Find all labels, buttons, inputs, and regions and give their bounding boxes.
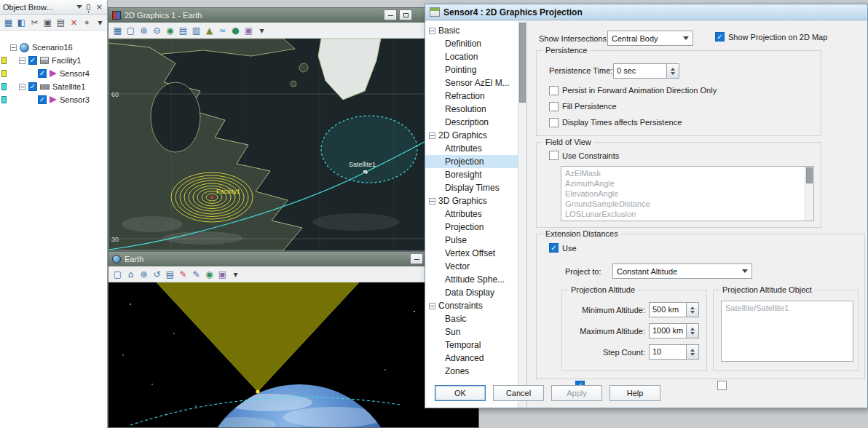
altitude-value[interactable]: 500 km [649, 302, 687, 317]
collapse-icon[interactable] [429, 132, 435, 139]
show-projection-check[interactable]: Show Projection on 2D Map [715, 32, 827, 41]
checkbox-icon[interactable] [549, 86, 559, 95]
persistence-check-row[interactable]: Fill Persistence [549, 100, 717, 112]
unit-spinner-icon[interactable] [687, 323, 699, 338]
constraint-item[interactable]: LOSLunarExclusion [561, 209, 813, 219]
tree-item-sensor3[interactable]: Sensor3 [0, 93, 107, 106]
nav-item[interactable]: Resolution [425, 103, 526, 116]
dropdown-icon[interactable]: ▾ [256, 24, 268, 36]
nav-item[interactable]: Vertex Offset [425, 247, 526, 260]
nav-item[interactable]: Basic [425, 312, 526, 325]
dropdown-icon[interactable]: ▾ [229, 268, 242, 280]
nav-item[interactable]: Pointing [425, 63, 526, 76]
image-icon[interactable]: ▣ [242, 24, 255, 36]
constraint-item[interactable]: ElevationAngle [561, 189, 813, 199]
pan-icon[interactable]: ▢ [125, 24, 137, 36]
rotate-icon[interactable]: ↺ [151, 268, 163, 280]
checkbox-icon[interactable] [38, 95, 47, 104]
collapse-icon[interactable] [429, 198, 435, 205]
draw-blue-icon[interactable]: ✎ [190, 268, 202, 280]
nav-item[interactable]: Basic [425, 24, 526, 37]
checkbox-icon[interactable] [38, 69, 47, 78]
checkbox-icon[interactable] [28, 56, 37, 65]
nav-scrollbar[interactable] [518, 21, 526, 408]
world-map-icon[interactable]: ● [229, 24, 242, 36]
zoom-out-icon[interactable]: ⊖ [151, 24, 163, 36]
persistence-check-row[interactable]: Persist in Forward Animation Direction O… [549, 84, 717, 96]
nav-item[interactable]: Constraints [425, 299, 526, 312]
select-icon[interactable]: ▢ [111, 268, 124, 280]
checkbox-icon[interactable] [28, 82, 37, 91]
report-icon[interactable]: ▦ [2, 16, 15, 28]
globe-icon[interactable]: ◉ [203, 268, 216, 280]
minimize-button[interactable] [410, 253, 423, 264]
dialog-titlebar[interactable]: Sensor4 : 2D Graphics Projection [425, 4, 867, 20]
unit-spinner-icon[interactable] [687, 302, 699, 317]
nav-item[interactable]: Sun [425, 325, 526, 338]
cutoff-checkbox-right[interactable] [717, 381, 727, 390]
report-icon[interactable]: ▦ [111, 24, 124, 36]
checkbox-icon[interactable] [549, 102, 559, 111]
paste-icon[interactable]: ▤ [55, 16, 67, 28]
globe-3d-titlebar[interactable]: Earth [108, 252, 478, 266]
constraints-scrollbar[interactable] [805, 167, 813, 221]
map-2d-canvas[interactable]: 60 30 Satellite1 [108, 39, 478, 250]
altitude-value[interactable]: 10 [649, 344, 687, 360]
nav-item[interactable]: Attitude Sphe... [425, 273, 526, 286]
persistence-time-value[interactable]: 0 sec [613, 63, 667, 79]
checkbox-icon[interactable] [549, 243, 559, 253]
nav-item[interactable]: Data Display [425, 286, 526, 299]
altitude-spinner[interactable]: 1000 km [649, 323, 699, 338]
collapse-icon[interactable] [10, 44, 17, 51]
unit-spinner-icon[interactable] [667, 63, 679, 79]
ok-button[interactable]: OK [435, 385, 486, 401]
altitude-spinner[interactable]: 500 km [649, 302, 699, 317]
globe-icon[interactable]: ◉ [164, 24, 176, 36]
dropdown-icon[interactable]: ▾ [94, 16, 106, 28]
show-intersections-select[interactable]: Central Body [607, 31, 693, 46]
close-icon[interactable]: × [95, 2, 104, 12]
constraint-item[interactable]: AzElMask [561, 168, 813, 178]
collapse-icon[interactable] [19, 84, 25, 90]
zoom-icon[interactable]: ⊕ [138, 268, 150, 280]
nav-item[interactable]: 3D Graphics [425, 194, 526, 207]
find-icon[interactable]: ⌖ [81, 16, 93, 28]
maximize-button[interactable] [399, 9, 412, 20]
project-to-select[interactable]: Constant Altitude [612, 263, 752, 279]
nav-item[interactable]: Pulse [425, 234, 526, 247]
nav-item[interactable]: Vector [425, 260, 526, 273]
nav-item[interactable]: Boresight [425, 168, 526, 181]
minimize-button[interactable] [384, 9, 397, 20]
altitude-value[interactable]: 1000 km [649, 323, 687, 338]
globe-3d-canvas[interactable] [108, 282, 478, 427]
nav-item[interactable]: Description [425, 116, 526, 129]
use-constraints-check[interactable]: Use Constraints [549, 151, 619, 160]
home-icon[interactable]: ⌂ [125, 268, 137, 280]
nav-item[interactable]: Attributes [425, 142, 526, 155]
pin-icon[interactable] [87, 4, 90, 10]
clouds-icon[interactable]: ≈ [216, 24, 229, 36]
checkbox-icon[interactable] [549, 151, 559, 160]
nav-item[interactable]: Projection [425, 155, 526, 168]
use-extension-check[interactable]: Use [549, 243, 577, 253]
altitude-object-box[interactable]: Satellite/Satellite1 [721, 301, 853, 362]
collapse-icon[interactable] [429, 28, 435, 34]
settings-icon[interactable]: ▤ [164, 268, 176, 280]
nav-item[interactable]: Zones [425, 365, 526, 378]
constraints-list[interactable]: AzElMaskAzimuthAngleElevationAngleGround… [561, 166, 814, 221]
constraint-item[interactable]: GroundSampleDistance [561, 199, 813, 209]
nav-item[interactable]: Display Times [425, 181, 526, 194]
collapse-icon[interactable] [19, 58, 25, 64]
tree-item-scenario[interactable]: Scenario16 [0, 41, 107, 54]
altitude-row[interactable]: Maximum Altitude: 1000 km [568, 323, 699, 338]
nav-item[interactable]: Definition [425, 37, 526, 50]
unit-spinner-icon[interactable] [687, 344, 699, 360]
tree-item-sensor4[interactable]: Sensor4 [0, 67, 107, 80]
altitude-row[interactable]: Minimum Altitude: 500 km [568, 302, 699, 317]
nav-item[interactable]: Attributes [425, 207, 526, 221]
nav-item[interactable]: Refraction [425, 90, 526, 103]
altitude-row[interactable]: Step Count: 10 [568, 344, 699, 360]
chevron-down-icon[interactable] [76, 5, 82, 12]
cancel-button[interactable]: Cancel [493, 385, 544, 401]
help-button[interactable]: Help [609, 385, 660, 401]
